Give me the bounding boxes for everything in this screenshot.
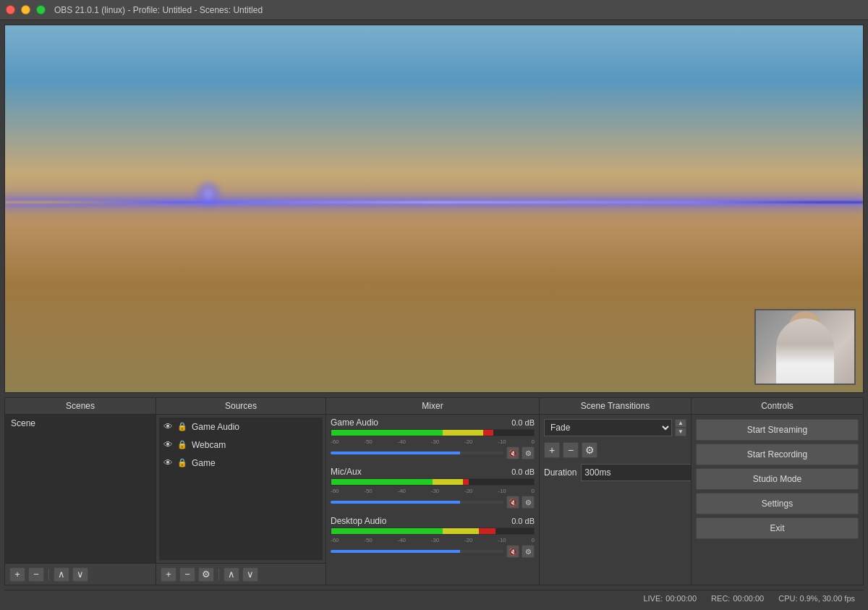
transition-select[interactable]: Fade <box>544 419 672 436</box>
scenes-panel: Scenes Scene + − ∧ ∨ <box>4 397 156 585</box>
sources-settings-button[interactable]: ⚙ <box>198 567 214 582</box>
meter-scale-mic-aux: -60 -50 -40 -30 -20 -10 0 <box>331 488 535 494</box>
transition-arrows: ▲ ▼ <box>675 419 686 436</box>
live-label: LIVE: <box>643 594 663 603</box>
channel-name-game-audio: Game Audio <box>331 418 378 428</box>
channel-name-desktop: Desktop Audio <box>331 516 386 526</box>
sources-panel: Sources 👁 🔒 Game Audio 👁 🔒 Webcam 👁 <box>156 397 326 585</box>
channel-name-mic-aux: Mic/Aux <box>331 467 362 477</box>
maximize-button[interactable] <box>36 5 46 14</box>
volume-slider-desktop[interactable] <box>331 550 503 553</box>
rec-label: REC: <box>711 594 730 603</box>
studio-mode-button[interactable]: Studio Mode <box>696 468 859 490</box>
mixer-controls-mic-aux: 🔇 ⚙ <box>506 496 535 509</box>
mute-btn-game-audio[interactable]: 🔇 <box>506 446 519 459</box>
transition-remove-button[interactable]: − <box>563 442 579 458</box>
status-bar: LIVE: 00:00:00 REC: 00:00:00 CPU: 0.9%, … <box>4 590 864 606</box>
volume-slider-game-audio[interactable] <box>331 452 503 454</box>
toolbar-divider-2 <box>218 569 219 580</box>
controls-content: Start Streaming Start Recording Studio M… <box>692 415 863 585</box>
mute-btn-mic-aux[interactable]: 🔇 <box>506 496 519 509</box>
transitions-panel: Scene Transitions Fade ▲ ▼ + − ⚙ <box>540 397 692 585</box>
source-name-webcam: Webcam <box>192 440 226 450</box>
transition-down-arrow[interactable]: ▼ <box>675 428 686 436</box>
preview-canvas <box>5 25 863 392</box>
exit-button[interactable]: Exit <box>696 517 859 539</box>
source-item-game[interactable]: 👁 🔒 Game <box>159 454 323 472</box>
scene-list: Scene <box>5 415 156 563</box>
config-btn-game-audio[interactable]: ⚙ <box>522 446 535 459</box>
lock-icon-game: 🔒 <box>177 458 187 467</box>
mute-btn-desktop[interactable]: 🔇 <box>506 545 519 558</box>
mixer-channel-desktop: Desktop Audio 0.0 dB -60 -50 -40 -30 <box>331 516 535 558</box>
scenes-remove-button[interactable]: − <box>28 567 44 582</box>
config-btn-desktop[interactable]: ⚙ <box>522 545 535 558</box>
sources-up-button[interactable]: ∧ <box>224 567 239 582</box>
source-name-game: Game <box>192 458 216 468</box>
eye-icon-webcam: 👁 <box>163 439 173 450</box>
meter-scale-game-audio: -60 -50 -40 -30 -20 -10 0 <box>331 439 535 445</box>
close-button[interactable] <box>6 5 15 14</box>
sources-content: 👁 🔒 Game Audio 👁 🔒 Webcam 👁 🔒 Game <box>156 415 326 563</box>
rec-time: 00:00:00 <box>733 594 764 603</box>
scenes-content: Scene <box>5 415 156 563</box>
channel-db-desktop: 0.0 dB <box>511 517 535 525</box>
fader-row-mic-aux: 🔇 ⚙ <box>331 496 535 509</box>
scenes-toolbar: + − ∧ ∨ <box>5 563 156 585</box>
config-btn-mic-aux[interactable]: ⚙ <box>522 496 535 509</box>
mixer-channel-game-audio: Game Audio 0.0 dB -60 -50 -40 -30 <box>331 418 535 459</box>
preview-area <box>4 25 864 393</box>
laser-effect <box>5 201 863 203</box>
transitions-header: Scene Transitions <box>540 398 691 415</box>
rec-status: REC: 00:00:00 <box>711 594 764 603</box>
sources-add-button[interactable]: + <box>161 567 176 582</box>
transition-up-arrow[interactable]: ▲ <box>675 419 686 428</box>
scenes-up-button[interactable]: ∧ <box>54 567 69 582</box>
sources-list: 👁 🔒 Game Audio 👁 🔒 Webcam 👁 🔒 Game <box>159 418 323 560</box>
title-bar: OBS 21.0.1 (linux) - Profile: Untitled -… <box>0 0 868 20</box>
minimize-button[interactable] <box>21 5 30 14</box>
main-content: Scenes Scene + − ∧ ∨ Sources 👁 <box>0 20 868 610</box>
duration-input[interactable] <box>581 464 691 481</box>
start-streaming-button[interactable]: Start Streaming <box>696 419 859 441</box>
cpu-status: CPU: 0.9%, 30.00 fps <box>778 594 855 603</box>
transition-config-button[interactable]: ⚙ <box>582 442 597 458</box>
transition-select-row: Fade ▲ ▼ <box>544 419 686 436</box>
window-title: OBS 21.0.1 (linux) - Profile: Untitled -… <box>54 5 263 15</box>
lock-icon-webcam: 🔒 <box>177 440 187 449</box>
duration-label: Duration <box>544 467 576 478</box>
sources-down-button[interactable]: ∨ <box>242 567 258 582</box>
vu-meter-mic-aux <box>331 478 535 486</box>
sources-remove-button[interactable]: − <box>179 567 195 582</box>
scenes-add-button[interactable]: + <box>9 567 25 582</box>
source-item-webcam[interactable]: 👁 🔒 Webcam <box>159 436 323 454</box>
mixer-controls-game-audio: 🔇 ⚙ <box>506 446 535 459</box>
fader-row-game-audio: 🔇 ⚙ <box>331 446 535 459</box>
volume-slider-mic-aux[interactable] <box>331 501 503 504</box>
transitions-content: Fade ▲ ▼ + − ⚙ Duration ▲ <box>540 415 691 585</box>
source-item-game-audio[interactable]: 👁 🔒 Game Audio <box>159 418 323 436</box>
eye-icon: 👁 <box>163 421 173 432</box>
eye-icon-game: 👁 <box>163 457 173 468</box>
bottom-panel: Scenes Scene + − ∧ ∨ Sources 👁 <box>4 397 864 585</box>
mixer-channel-mic-aux: Mic/Aux 0.0 dB -60 -50 -40 -30 - <box>331 467 535 509</box>
source-name-game-audio: Game Audio <box>192 422 239 432</box>
vu-meter-desktop <box>331 528 535 535</box>
mixer-controls-desktop: 🔇 ⚙ <box>506 545 535 558</box>
channel-db-game-audio: 0.0 dB <box>511 418 535 427</box>
controls-panel: Controls Start Streaming Start Recording… <box>692 397 864 585</box>
transition-actions: + − ⚙ <box>544 442 686 458</box>
settings-button[interactable]: Settings <box>696 493 859 514</box>
lock-icon: 🔒 <box>177 422 187 431</box>
webcam-overlay <box>754 309 856 385</box>
controls-header: Controls <box>692 398 863 415</box>
sources-toolbar: + − ⚙ ∧ ∨ <box>156 563 326 585</box>
sources-header: Sources <box>156 398 326 415</box>
mixer-content: Game Audio 0.0 dB -60 -50 -40 -30 <box>326 415 539 585</box>
scenes-down-button[interactable]: ∨ <box>72 567 88 582</box>
webcam-body <box>776 318 834 384</box>
scene-item[interactable]: Scene <box>5 415 156 432</box>
start-recording-button[interactable]: Start Recording <box>696 444 859 465</box>
transition-add-button[interactable]: + <box>544 442 560 458</box>
meter-scale-desktop: -60 -50 -40 -30 -20 -10 0 <box>331 537 535 543</box>
